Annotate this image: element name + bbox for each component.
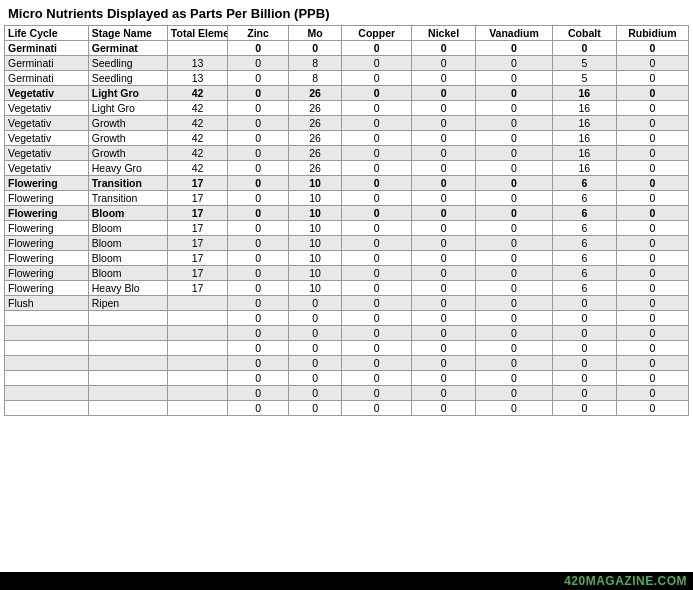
cell: 0 — [342, 146, 412, 161]
cell: 0 — [412, 41, 476, 56]
cell: 0 — [616, 176, 688, 191]
cell: 0 — [476, 161, 553, 176]
cell: 0 — [552, 326, 616, 341]
cell: Flowering — [5, 191, 89, 206]
cell: Heavy Blo — [88, 281, 167, 296]
cell: 0 — [288, 41, 342, 56]
cell: 0 — [412, 296, 476, 311]
cell: 6 — [552, 236, 616, 251]
cell: 0 — [412, 116, 476, 131]
cell — [167, 401, 227, 416]
cell: Transition — [88, 176, 167, 191]
cell: 0 — [476, 236, 553, 251]
cell: 0 — [412, 146, 476, 161]
cell: 17 — [167, 206, 227, 221]
cell: 0 — [412, 191, 476, 206]
cell — [88, 311, 167, 326]
cell: 0 — [342, 266, 412, 281]
table-row: VegetativHeavy Gro42026000160 — [5, 161, 689, 176]
cell: 0 — [476, 281, 553, 296]
cell: Vegetativ — [5, 161, 89, 176]
cell: Light Gro — [88, 101, 167, 116]
cell: 0 — [228, 356, 288, 371]
cell — [5, 311, 89, 326]
cell: 10 — [288, 236, 342, 251]
cell: 0 — [616, 296, 688, 311]
cell — [88, 371, 167, 386]
cell: 0 — [342, 401, 412, 416]
cell: 16 — [552, 116, 616, 131]
cell: 0 — [412, 236, 476, 251]
cell: Germinati — [5, 71, 89, 86]
cell: 0 — [412, 161, 476, 176]
cell: 0 — [228, 266, 288, 281]
cell: Flowering — [5, 266, 89, 281]
cell: 6 — [552, 206, 616, 221]
cell: 17 — [167, 236, 227, 251]
cell: 0 — [412, 71, 476, 86]
cell: Flowering — [5, 206, 89, 221]
table-row: VegetativGrowth42026000160 — [5, 131, 689, 146]
table-row: 0000000 — [5, 401, 689, 416]
cell: 0 — [288, 386, 342, 401]
cell: 16 — [552, 161, 616, 176]
cell: 0 — [476, 251, 553, 266]
cell: 0 — [552, 401, 616, 416]
cell: 26 — [288, 101, 342, 116]
cell: 0 — [412, 401, 476, 416]
table-row: GerminatiGerminat0000000 — [5, 41, 689, 56]
cell: 0 — [288, 296, 342, 311]
cell: 6 — [552, 266, 616, 281]
cell — [167, 326, 227, 341]
cell: 0 — [616, 401, 688, 416]
cell: 5 — [552, 56, 616, 71]
cell: 0 — [616, 161, 688, 176]
table-row: GerminatiSeedling130800050 — [5, 71, 689, 86]
table-row: 0000000 — [5, 311, 689, 326]
footer-white: MAGAZINE.COM — [586, 574, 687, 588]
cell: Vegetativ — [5, 116, 89, 131]
cell: 0 — [228, 251, 288, 266]
cell: 42 — [167, 161, 227, 176]
cell: 0 — [616, 236, 688, 251]
cell: 0 — [616, 221, 688, 236]
cell: 0 — [616, 386, 688, 401]
cell: 0 — [476, 101, 553, 116]
table-row: 0000000 — [5, 326, 689, 341]
cell: 0 — [616, 341, 688, 356]
cell: 0 — [412, 311, 476, 326]
cell: 0 — [228, 311, 288, 326]
cell: 26 — [288, 146, 342, 161]
cell: 0 — [228, 326, 288, 341]
col-mo: Mo — [288, 26, 342, 41]
cell: 0 — [476, 341, 553, 356]
cell: Ripen — [88, 296, 167, 311]
col-zinc: Zinc — [228, 26, 288, 41]
cell: Bloom — [88, 221, 167, 236]
table-row: VegetativGrowth42026000160 — [5, 146, 689, 161]
cell: 0 — [288, 311, 342, 326]
cell: Germinati — [5, 56, 89, 71]
cell: 26 — [288, 116, 342, 131]
header-row: Life Cycle Stage Name Total Elemental PP… — [5, 26, 689, 41]
cell: 10 — [288, 281, 342, 296]
table-container: Life Cycle Stage Name Total Elemental PP… — [0, 25, 693, 416]
cell: Flowering — [5, 281, 89, 296]
cell: 0 — [476, 206, 553, 221]
cell: 0 — [552, 371, 616, 386]
cell — [5, 356, 89, 371]
cell — [5, 401, 89, 416]
cell: 42 — [167, 86, 227, 101]
table-row: FlushRipen0000000 — [5, 296, 689, 311]
cell: 0 — [616, 266, 688, 281]
cell: 0 — [552, 41, 616, 56]
table-row: FloweringBloom1701000060 — [5, 266, 689, 281]
cell: 0 — [476, 41, 553, 56]
cell — [88, 386, 167, 401]
cell: 0 — [616, 131, 688, 146]
cell: 0 — [412, 356, 476, 371]
cell: 0 — [228, 386, 288, 401]
cell: 0 — [476, 326, 553, 341]
cell: Bloom — [88, 206, 167, 221]
cell: 0 — [476, 131, 553, 146]
